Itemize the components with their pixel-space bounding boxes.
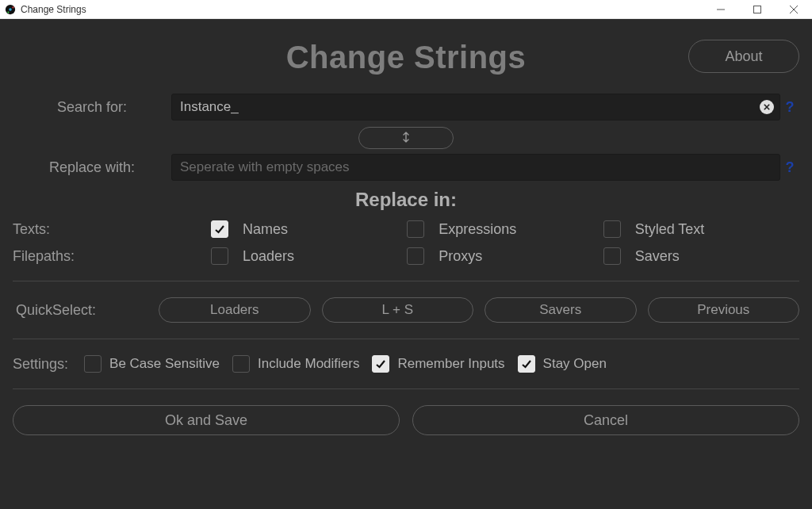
app-body: Change Strings About Search for: ? Repla…	[0, 19, 812, 509]
page-title: Change Strings	[286, 40, 527, 75]
names-checkbox[interactable]: Names	[211, 220, 407, 238]
case-sensitive-label: Be Case Sensitive	[109, 356, 220, 372]
search-input[interactable]	[171, 94, 780, 121]
minimize-button[interactable]	[703, 0, 739, 18]
names-label: Names	[243, 221, 288, 238]
clear-search-icon[interactable]	[760, 100, 774, 114]
expressions-checkbox[interactable]: Expressions	[407, 220, 603, 238]
replace-in-title: Replace in:	[13, 189, 799, 211]
savers-checkbox[interactable]: Savers	[603, 247, 799, 265]
settings-label: Settings:	[13, 356, 68, 373]
quickselect-previous-button[interactable]: Previous	[648, 297, 800, 323]
search-help-link[interactable]: ?	[780, 99, 799, 116]
quickselect-label: QuickSelect:	[13, 302, 147, 319]
cancel-button[interactable]: Cancel	[412, 405, 799, 435]
divider	[13, 281, 799, 281]
stay-open-checkbox[interactable]: Stay Open	[518, 355, 607, 373]
svg-point-1	[9, 8, 12, 11]
include-modifiers-checkbox[interactable]: Include Modifiers	[232, 355, 360, 373]
styled-text-label: Styled Text	[635, 221, 705, 238]
replace-input[interactable]	[171, 154, 780, 181]
savers-label: Savers	[635, 248, 680, 265]
filepaths-label: Filepaths:	[13, 248, 211, 265]
remember-inputs-checkbox[interactable]: Remember Inputs	[372, 355, 504, 373]
app-icon	[5, 4, 16, 15]
texts-label: Texts:	[13, 221, 211, 238]
search-for-label: Search for:	[13, 99, 171, 116]
window-title: Change Strings	[21, 4, 86, 15]
titlebar: Change Strings	[0, 0, 812, 19]
divider	[13, 388, 799, 389]
svg-rect-5	[754, 6, 761, 13]
svg-point-3	[7, 11, 9, 13]
svg-point-2	[12, 6, 13, 8]
case-sensitive-checkbox[interactable]: Be Case Sensitive	[84, 355, 220, 373]
replace-with-label: Replace with:	[13, 159, 171, 176]
divider	[13, 339, 799, 339]
include-modifiers-label: Include Modifiers	[258, 356, 360, 372]
loaders-label: Loaders	[243, 248, 294, 265]
close-window-button[interactable]	[776, 0, 812, 18]
remember-inputs-label: Remember Inputs	[397, 356, 504, 372]
about-button[interactable]: About	[688, 40, 799, 73]
swap-button[interactable]	[358, 127, 454, 149]
quickselect-savers-button[interactable]: Savers	[485, 297, 637, 323]
stay-open-label: Stay Open	[543, 356, 607, 372]
loaders-checkbox[interactable]: Loaders	[211, 247, 407, 265]
expressions-label: Expressions	[439, 221, 516, 238]
replace-help-link[interactable]: ?	[780, 159, 799, 176]
proxys-label: Proxys	[439, 248, 482, 265]
quickselect-loaders-button[interactable]: Loaders	[159, 297, 311, 323]
quickselect-l-plus-s-button[interactable]: L + S	[322, 297, 474, 323]
maximize-button[interactable]	[739, 0, 776, 18]
proxys-checkbox[interactable]: Proxys	[407, 247, 603, 265]
swap-icon	[400, 132, 412, 145]
ok-and-save-button[interactable]: Ok and Save	[13, 405, 400, 435]
styled-text-checkbox[interactable]: Styled Text	[603, 220, 799, 238]
